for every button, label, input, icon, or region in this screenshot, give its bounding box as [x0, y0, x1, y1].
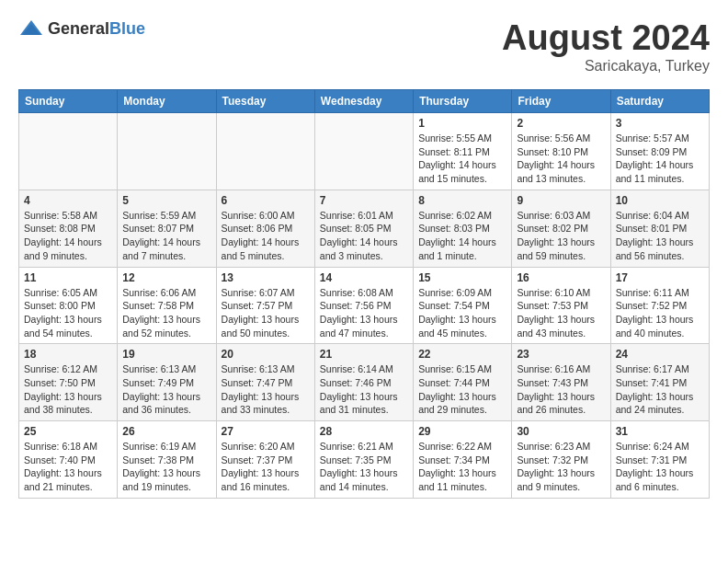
table-cell: 7Sunrise: 6:01 AMSunset: 8:05 PMDaylight… [314, 190, 413, 267]
header-sunday: Sunday [19, 90, 118, 113]
day-info: Sunrise: 6:01 AMSunset: 8:05 PMDaylight:… [320, 209, 408, 263]
day-info: Sunrise: 5:57 AMSunset: 8:09 PMDaylight:… [616, 132, 704, 186]
day-number: 7 [320, 194, 408, 207]
calendar-title: August 2024 [502, 18, 710, 58]
week-row-0: 1Sunrise: 5:55 AMSunset: 8:11 PMDaylight… [19, 113, 710, 190]
week-row-2: 11Sunrise: 6:05 AMSunset: 8:00 PMDayligh… [19, 267, 710, 344]
table-cell: 24Sunrise: 6:17 AMSunset: 7:41 PMDayligh… [610, 344, 709, 421]
day-info: Sunrise: 6:04 AMSunset: 8:01 PMDaylight:… [616, 209, 704, 263]
day-info: Sunrise: 6:09 AMSunset: 7:54 PMDaylight:… [418, 286, 506, 340]
day-info: Sunrise: 6:02 AMSunset: 8:03 PMDaylight:… [418, 209, 506, 263]
table-cell: 13Sunrise: 6:07 AMSunset: 7:57 PMDayligh… [216, 267, 314, 344]
table-cell: 9Sunrise: 6:03 AMSunset: 8:02 PMDaylight… [512, 190, 610, 267]
day-info: Sunrise: 6:06 AMSunset: 7:58 PMDaylight:… [122, 286, 210, 340]
table-cell: 26Sunrise: 6:19 AMSunset: 7:38 PMDayligh… [118, 421, 216, 499]
table-cell [314, 113, 413, 190]
title-block: August 2024 Saricakaya, Turkey [502, 18, 710, 75]
day-info: Sunrise: 6:16 AMSunset: 7:43 PMDaylight:… [517, 362, 605, 417]
day-info: Sunrise: 6:19 AMSunset: 7:38 PMDaylight:… [122, 440, 210, 494]
week-row-4: 25Sunrise: 6:18 AMSunset: 7:40 PMDayligh… [19, 421, 710, 499]
table-cell [19, 113, 118, 190]
day-number: 16 [517, 271, 605, 284]
header-monday: Monday [118, 90, 216, 113]
table-cell: 17Sunrise: 6:11 AMSunset: 7:52 PMDayligh… [610, 267, 709, 344]
day-number: 11 [24, 271, 112, 284]
day-info: Sunrise: 5:55 AMSunset: 8:11 PMDaylight:… [418, 132, 506, 186]
week-row-1: 4Sunrise: 5:58 AMSunset: 8:08 PMDaylight… [19, 190, 710, 267]
table-cell: 3Sunrise: 5:57 AMSunset: 8:09 PMDaylight… [610, 113, 709, 190]
day-number: 31 [616, 425, 704, 438]
weekday-header-row: Sunday Monday Tuesday Wednesday Thursday… [19, 90, 710, 113]
table-cell: 6Sunrise: 6:00 AMSunset: 8:06 PMDaylight… [216, 190, 314, 267]
day-number: 18 [24, 348, 112, 361]
table-cell: 8Sunrise: 6:02 AMSunset: 8:03 PMDaylight… [414, 190, 512, 267]
table-cell: 19Sunrise: 6:13 AMSunset: 7:49 PMDayligh… [118, 344, 216, 421]
logo-icon [18, 18, 44, 39]
logo: GeneralBlue [18, 18, 145, 39]
day-number: 2 [517, 117, 605, 130]
day-number: 10 [616, 194, 704, 207]
day-number: 13 [222, 271, 310, 284]
table-cell: 11Sunrise: 6:05 AMSunset: 8:00 PMDayligh… [19, 267, 118, 344]
day-info: Sunrise: 6:08 AMSunset: 7:56 PMDaylight:… [320, 286, 408, 340]
table-cell: 20Sunrise: 6:13 AMSunset: 7:47 PMDayligh… [216, 344, 314, 421]
day-number: 24 [616, 348, 704, 361]
day-info: Sunrise: 6:10 AMSunset: 7:53 PMDaylight:… [517, 286, 605, 340]
header-thursday: Thursday [414, 90, 512, 113]
table-cell: 25Sunrise: 6:18 AMSunset: 7:40 PMDayligh… [19, 421, 118, 499]
day-number: 15 [418, 271, 506, 284]
logo-general: General [48, 19, 109, 38]
day-info: Sunrise: 6:07 AMSunset: 7:57 PMDaylight:… [222, 286, 310, 340]
day-info: Sunrise: 6:21 AMSunset: 7:35 PMDaylight:… [320, 440, 408, 494]
day-info: Sunrise: 6:05 AMSunset: 8:00 PMDaylight:… [24, 286, 112, 340]
table-cell: 5Sunrise: 5:59 AMSunset: 8:07 PMDaylight… [118, 190, 216, 267]
day-info: Sunrise: 5:58 AMSunset: 8:08 PMDaylight:… [24, 209, 112, 263]
day-info: Sunrise: 6:20 AMSunset: 7:37 PMDaylight:… [222, 440, 310, 494]
logo-blue: Blue [109, 19, 145, 38]
day-info: Sunrise: 6:11 AMSunset: 7:52 PMDaylight:… [616, 286, 704, 340]
table-cell: 21Sunrise: 6:14 AMSunset: 7:46 PMDayligh… [314, 344, 413, 421]
table-cell: 22Sunrise: 6:15 AMSunset: 7:44 PMDayligh… [414, 344, 512, 421]
page-header: GeneralBlue August 2024 Saricakaya, Turk… [18, 18, 710, 75]
day-info: Sunrise: 6:17 AMSunset: 7:41 PMDaylight:… [616, 362, 704, 417]
day-number: 8 [418, 194, 506, 207]
calendar-location: Saricakaya, Turkey [502, 58, 710, 75]
day-number: 30 [517, 425, 605, 438]
day-info: Sunrise: 6:12 AMSunset: 7:50 PMDaylight:… [24, 362, 112, 417]
day-number: 21 [320, 348, 408, 361]
table-cell: 31Sunrise: 6:24 AMSunset: 7:31 PMDayligh… [610, 421, 709, 499]
table-cell: 1Sunrise: 5:55 AMSunset: 8:11 PMDaylight… [414, 113, 512, 190]
table-cell: 23Sunrise: 6:16 AMSunset: 7:43 PMDayligh… [512, 344, 610, 421]
table-cell: 16Sunrise: 6:10 AMSunset: 7:53 PMDayligh… [512, 267, 610, 344]
day-info: Sunrise: 6:24 AMSunset: 7:31 PMDaylight:… [616, 440, 704, 494]
day-info: Sunrise: 6:15 AMSunset: 7:44 PMDaylight:… [418, 362, 506, 417]
day-number: 26 [122, 425, 210, 438]
day-number: 29 [418, 425, 506, 438]
day-number: 14 [320, 271, 408, 284]
table-cell: 4Sunrise: 5:58 AMSunset: 8:08 PMDaylight… [19, 190, 118, 267]
day-info: Sunrise: 6:13 AMSunset: 7:49 PMDaylight:… [122, 362, 210, 417]
day-info: Sunrise: 6:03 AMSunset: 8:02 PMDaylight:… [517, 209, 605, 263]
table-cell: 14Sunrise: 6:08 AMSunset: 7:56 PMDayligh… [314, 267, 413, 344]
header-friday: Friday [512, 90, 610, 113]
day-number: 12 [122, 271, 210, 284]
day-info: Sunrise: 6:18 AMSunset: 7:40 PMDaylight:… [24, 440, 112, 494]
table-cell: 10Sunrise: 6:04 AMSunset: 8:01 PMDayligh… [610, 190, 709, 267]
header-wednesday: Wednesday [314, 90, 413, 113]
day-info: Sunrise: 6:23 AMSunset: 7:32 PMDaylight:… [517, 440, 605, 494]
day-number: 6 [222, 194, 310, 207]
table-cell: 12Sunrise: 6:06 AMSunset: 7:58 PMDayligh… [118, 267, 216, 344]
day-number: 9 [517, 194, 605, 207]
day-number: 5 [122, 194, 210, 207]
week-row-3: 18Sunrise: 6:12 AMSunset: 7:50 PMDayligh… [19, 344, 710, 421]
table-cell: 2Sunrise: 5:56 AMSunset: 8:10 PMDaylight… [512, 113, 610, 190]
header-tuesday: Tuesday [216, 90, 314, 113]
day-number: 25 [24, 425, 112, 438]
table-cell: 28Sunrise: 6:21 AMSunset: 7:35 PMDayligh… [314, 421, 413, 499]
day-number: 4 [24, 194, 112, 207]
table-cell [118, 113, 216, 190]
header-saturday: Saturday [610, 90, 709, 113]
day-number: 27 [222, 425, 310, 438]
table-cell [216, 113, 314, 190]
table-cell: 15Sunrise: 6:09 AMSunset: 7:54 PMDayligh… [414, 267, 512, 344]
